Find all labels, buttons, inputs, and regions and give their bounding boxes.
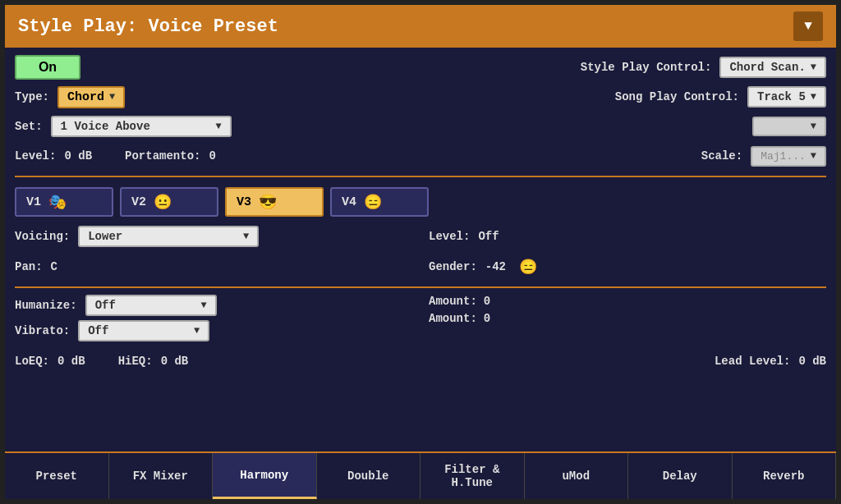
- gender-value: -42: [485, 260, 506, 273]
- chevron-down-icon: ▼: [811, 150, 816, 162]
- tab-fx-mixer[interactable]: FX Mixer: [109, 453, 214, 499]
- tab-preset[interactable]: Preset: [5, 453, 109, 499]
- chevron-down-icon: ▼: [200, 300, 206, 311]
- humanize-vibrato-section: Humanize: Off ▼ Vibrato: Off ▼ Amount:: [15, 295, 826, 341]
- dropdown-arrow-icon[interactable]: ▼: [793, 11, 823, 41]
- humanize-label: Humanize:: [15, 299, 77, 312]
- voice-level-value: Off: [478, 230, 499, 243]
- gender-row: Gender: -42 😑: [429, 254, 826, 280]
- style-play-control-label: Style Play Control:: [581, 61, 712, 74]
- tab-double[interactable]: Double: [317, 453, 421, 499]
- humanize-amount-row: Amount: 0: [429, 295, 826, 308]
- tab-reverb[interactable]: Reverb: [733, 453, 837, 499]
- voice-tabs: V1 🎭 V2 😐 V3 😎 V4 😑: [15, 187, 826, 217]
- voice-tab-v1[interactable]: V1 🎭: [15, 187, 113, 217]
- vibrato-row: Vibrato: Off ▼: [15, 320, 412, 341]
- v3-label: V3: [237, 195, 251, 209]
- chevron-down-icon: ▼: [194, 325, 200, 337]
- tab-harmony[interactable]: Harmony: [213, 453, 317, 499]
- tab-delay[interactable]: Delay: [628, 453, 733, 499]
- on-button[interactable]: On: [15, 55, 80, 80]
- control-row-3: Set: 1 Voice Above ▼ ▼: [15, 113, 826, 140]
- level-value: 0 dB: [64, 149, 92, 163]
- loeq-label: LoEQ:: [15, 355, 49, 368]
- v1-label: V1: [26, 195, 41, 209]
- vibrato-amount-label: Amount:: [429, 312, 477, 325]
- v3-icon: 😎: [256, 192, 279, 212]
- voice-tab-v4[interactable]: V4 😑: [330, 187, 429, 217]
- title-bar: Style Play: Voice Preset ▼: [5, 5, 836, 48]
- v1-icon: 🎭: [46, 192, 69, 212]
- chevron-down-icon: ▼: [243, 231, 249, 242]
- tab-umod[interactable]: uMod: [525, 453, 629, 499]
- lead-level-label: Lead Level:: [715, 355, 790, 368]
- humanize-dropdown[interactable]: Off ▼: [85, 295, 217, 316]
- v2-label: V2: [131, 195, 146, 209]
- voice-tab-v2[interactable]: V2 😐: [120, 187, 218, 217]
- vibrato-amount-value: 0: [484, 312, 490, 325]
- divider-2: [15, 286, 826, 288]
- vibrato-label: Vibrato:: [15, 324, 70, 337]
- eq-row: LoEQ: 0 dB HiEQ: 0 dB Lead Level: 0 dB: [15, 348, 826, 374]
- screen: Style Play: Voice Preset ▼ On Style Play…: [0, 0, 841, 504]
- portamento-value: 0: [209, 149, 215, 163]
- humanize-amount-label: Amount:: [429, 295, 477, 308]
- v4-label: V4: [342, 195, 356, 209]
- song-play-control-dropdown[interactable]: Track 5 ▼: [747, 86, 826, 108]
- main-content: On Style Play Control: Chord Scan. ▼ Typ…: [5, 48, 836, 451]
- set-dropdown[interactable]: 1 Voice Above ▼: [51, 116, 232, 137]
- key-dropdown[interactable]: ▼: [752, 117, 826, 136]
- chevron-down-icon: ▼: [811, 121, 816, 132]
- type-label: Type:: [15, 90, 49, 103]
- gender-icon: 😑: [519, 258, 537, 276]
- pan-label: Pan:: [15, 260, 43, 273]
- v2-icon: 😐: [151, 192, 174, 212]
- chevron-down-icon: ▼: [109, 91, 115, 103]
- voice-details: Voicing: Lower ▼ Pan: C Level: Off G: [15, 223, 826, 280]
- v4-icon: 😑: [361, 192, 384, 212]
- tab-filter-htune[interactable]: Filter & H.Tune: [420, 453, 525, 499]
- vibrato-amount-row: Amount: 0: [429, 312, 826, 325]
- control-row-1: On Style Play Control: Chord Scan. ▼: [15, 54, 826, 80]
- voice-tab-v3[interactable]: V3 😎: [225, 187, 324, 217]
- scale-dropdown[interactable]: Maj1... ▼: [751, 146, 826, 167]
- pan-row: Pan: C: [15, 254, 412, 280]
- pan-value: C: [51, 260, 57, 273]
- portamento-label: Portamento:: [125, 149, 200, 163]
- humanize-amount-value: 0: [484, 295, 490, 308]
- page-title: Style Play: Voice Preset: [18, 16, 278, 37]
- chevron-down-icon: ▼: [811, 91, 816, 103]
- humanize-row: Humanize: Off ▼: [15, 295, 412, 316]
- control-row-2: Type: Chord ▼ Song Play Control: Track 5…: [15, 84, 826, 110]
- bottom-tabs: Preset FX Mixer Harmony Double Filter & …: [5, 451, 836, 499]
- voice-level-row: Level: Off: [429, 223, 826, 250]
- chevron-down-icon: ▼: [215, 121, 221, 132]
- level-label: Level:: [15, 149, 56, 163]
- song-play-control-label: Song Play Control:: [615, 90, 739, 103]
- voicing-row: Voicing: Lower ▼: [15, 223, 412, 250]
- control-row-4: Level: 0 dB Portamento: 0 Scale: Maj1...…: [15, 143, 826, 169]
- style-play-control-dropdown[interactable]: Chord Scan. ▼: [719, 57, 826, 78]
- scale-label: Scale:: [701, 149, 742, 163]
- chevron-down-icon: ▼: [811, 62, 816, 73]
- type-dropdown[interactable]: Chord ▼: [57, 86, 125, 108]
- gender-label: Gender:: [429, 260, 477, 273]
- hieq-label: HiEQ:: [118, 355, 153, 368]
- divider-1: [15, 176, 826, 177]
- lead-level-value: 0 dB: [798, 355, 826, 368]
- loeq-value: 0 dB: [57, 355, 85, 368]
- vibrato-dropdown[interactable]: Off ▼: [78, 320, 209, 341]
- voice-level-label: Level:: [429, 230, 470, 243]
- voicing-label: Voicing:: [15, 230, 70, 243]
- hieq-value: 0 dB: [161, 355, 189, 368]
- voicing-dropdown[interactable]: Lower ▼: [78, 226, 259, 247]
- set-label: Set:: [15, 120, 43, 133]
